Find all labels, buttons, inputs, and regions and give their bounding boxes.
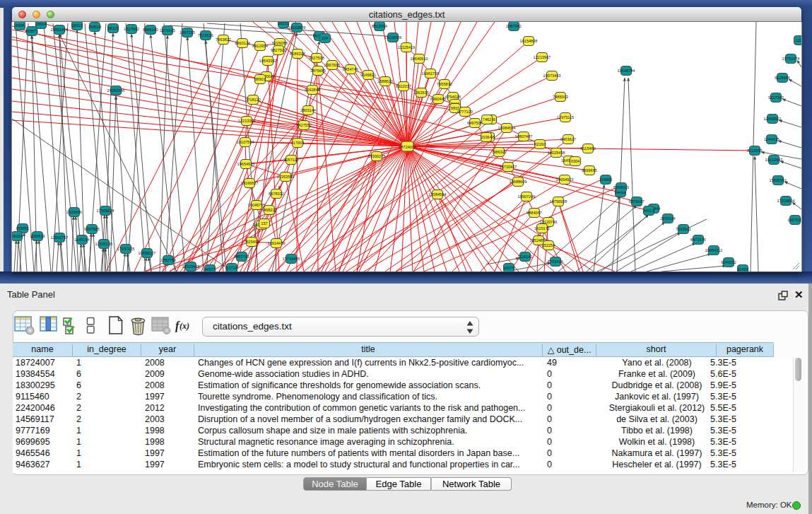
svg-text:16231: 16231 [278,22,289,25]
svg-text:3267110: 3267110 [283,158,298,162]
svg-text:29914: 29914 [35,22,47,26]
svg-text:11325419: 11325419 [398,45,415,49]
svg-text:157: 157 [261,221,267,226]
svg-text:9463627: 9463627 [560,137,576,141]
svg-text:18913: 18913 [71,23,83,28]
svg-text:18907249: 18907249 [518,194,536,199]
svg-text:5226058: 5226058 [272,41,288,45]
svg-text:2020656: 2020656 [66,210,82,214]
svg-text:10107554: 10107554 [237,140,254,144]
svg-text:16914479: 16914479 [268,241,286,245]
svg-text:7663822: 7663822 [216,37,231,42]
svg-text:94577: 94577 [204,267,216,271]
svg-text:7955812: 7955812 [437,82,452,86]
svg-text:10975: 10975 [503,266,514,270]
svg-text:9327508: 9327508 [309,56,324,60]
svg-text:12093822: 12093822 [764,117,782,121]
svg-text:19384554: 19384554 [429,192,447,197]
svg-text:8958923: 8958923 [613,185,629,189]
svg-text:1782759: 1782759 [160,258,176,262]
svg-text:9660124: 9660124 [235,41,250,45]
svg-text:94213: 94213 [643,209,654,213]
svg-text:16046755: 16046755 [248,203,266,207]
svg-text:7485003: 7485003 [553,95,568,99]
svg-text:835051: 835051 [16,226,30,230]
svg-text:8322037: 8322037 [396,84,411,88]
svg-text:1667135: 1667135 [180,30,195,35]
svg-text:10654112: 10654112 [705,248,722,252]
svg-text:10688609: 10688609 [510,180,527,184]
svg-text:2935114: 2935114 [660,216,675,221]
svg-text:20691406: 20691406 [51,28,69,32]
svg-text:13716: 13716 [226,266,237,270]
svg-text:10973493: 10973493 [543,74,561,78]
svg-text:9115460: 9115460 [580,146,595,151]
svg-text:15720407: 15720407 [500,165,517,169]
svg-text:7632621: 7632621 [676,227,691,231]
svg-text:16033809: 16033809 [288,25,306,30]
svg-text:9146821: 9146821 [360,73,376,77]
svg-text:1156819: 1156819 [30,234,45,238]
svg-text:20364: 20364 [481,135,492,139]
svg-text:19756928: 19756928 [550,199,567,204]
svg-text:19654925: 19654925 [237,162,255,166]
svg-text:8908: 8908 [16,23,24,28]
svg-text:160519: 160519 [88,25,102,29]
svg-text:8215955: 8215955 [747,148,763,153]
svg-text:8186328: 8186328 [290,52,305,56]
svg-text:98901: 98901 [254,77,266,81]
svg-text:19166827: 19166827 [241,181,259,185]
svg-text:252254: 252254 [542,243,555,247]
svg-text:8678332: 8678332 [269,192,284,196]
svg-text:92450: 92450 [737,267,748,271]
svg-text:417004: 417004 [291,141,305,145]
svg-text:98119: 98119 [107,26,118,30]
svg-text:7625402: 7625402 [244,240,259,244]
svg-text:2367608: 2367608 [324,63,340,67]
svg-text:1117: 1117 [795,38,801,42]
svg-text:6794028: 6794028 [445,95,461,99]
svg-text:17016504: 17016504 [777,199,795,203]
svg-text:224: 224 [322,36,328,40]
svg-text:10958107: 10958107 [139,251,156,255]
svg-text:16154808: 16154808 [520,39,538,43]
svg-text:10543382: 10543382 [259,59,277,63]
svg-text:7515526: 7515526 [198,33,213,37]
svg-text:1527602: 1527602 [124,27,139,31]
svg-text:10210643: 10210643 [765,158,783,162]
svg-text:1167533: 1167533 [787,218,801,222]
svg-text:8454749: 8454749 [343,67,358,71]
svg-text:10648784: 10648784 [618,69,635,73]
svg-text:1733426: 1733426 [548,259,563,264]
svg-text:9884067: 9884067 [526,211,542,215]
svg-text:9857791: 9857791 [234,255,249,259]
svg-text:405571: 405571 [25,29,39,33]
svg-text:5498222: 5498222 [261,208,277,212]
svg-text:18724007: 18724007 [399,145,416,149]
svg-text:8912954: 8912954 [252,44,268,48]
svg-text:17957225: 17957225 [117,247,135,251]
svg-text:6497508: 6497508 [467,121,483,125]
svg-text:7986322: 7986322 [491,150,507,154]
svg-text:7462: 7462 [483,117,491,122]
svg-text:164095: 164095 [599,177,613,182]
svg-text:12942737: 12942737 [51,235,69,240]
svg-text:8427552: 8427552 [296,123,312,127]
svg-text:1145194: 1145194 [74,238,89,242]
svg-text:1588520: 1588520 [377,79,393,83]
svg-text:29053346: 29053346 [107,88,125,93]
svg-text:12323468: 12323468 [182,264,200,269]
svg-text:12213967: 12213967 [534,55,551,59]
svg-text:1071915: 1071915 [160,28,175,33]
svg-text:9997565: 9997565 [84,227,100,231]
svg-text:10025458: 10025458 [548,151,565,155]
svg-text:11353594: 11353594 [277,175,294,179]
svg-text:9304: 9304 [571,159,579,163]
svg-text:17359924: 17359924 [97,209,114,213]
svg-text:9242848: 9242848 [305,88,320,92]
svg-text:9777109: 9777109 [457,110,473,114]
svg-text:15692901: 15692901 [770,178,787,182]
svg-text:12213369: 12213369 [238,119,256,123]
svg-text:2087682: 2087682 [506,24,522,28]
svg-text:9227343: 9227343 [768,95,784,100]
